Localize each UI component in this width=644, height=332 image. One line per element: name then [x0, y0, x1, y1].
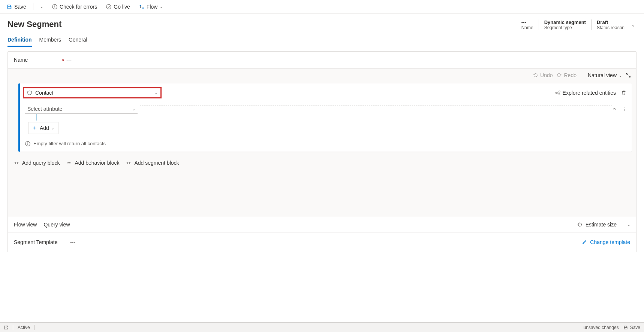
- svg-point-7: [559, 91, 560, 92]
- svg-point-4: [140, 4, 141, 6]
- save-button[interactable]: Save: [3, 1, 30, 12]
- chevron-down-icon: ⌄: [40, 4, 43, 9]
- entity-select[interactable]: Contact ⌄: [23, 87, 162, 98]
- info-text: Empty filter will return all contacts: [33, 141, 106, 146]
- flow-view-button[interactable]: Flow view: [14, 222, 37, 228]
- more-vertical-icon: [622, 107, 626, 112]
- template-label: Segment Template: [14, 239, 70, 245]
- block-icon: [66, 160, 72, 165]
- add-blocks-row: Add query block Add behavior block Add s…: [8, 156, 636, 172]
- entity-label: Contact: [35, 90, 53, 96]
- save-label: Save: [14, 4, 26, 10]
- template-row: Segment Template --- Change template: [8, 232, 636, 252]
- collapse-button[interactable]: [612, 107, 617, 112]
- content: Name* --- Undo Redo Natural view ⌄: [0, 47, 644, 257]
- statusbar-save-button[interactable]: Save: [623, 325, 640, 330]
- add-behavior-block-label: Add behavior block: [75, 160, 119, 166]
- svg-point-10: [624, 109, 625, 110]
- more-menu[interactable]: [622, 107, 626, 112]
- meta-expand[interactable]: ⌄: [630, 19, 637, 31]
- change-template-button[interactable]: Change template: [582, 239, 630, 245]
- popout-button[interactable]: [4, 325, 8, 330]
- name-field-label: Name*: [14, 57, 66, 63]
- go-live-button[interactable]: Go live: [102, 1, 134, 12]
- query-view-button[interactable]: Query view: [43, 222, 70, 228]
- svg-point-2: [54, 7, 55, 8]
- redo-button[interactable]: Redo: [557, 72, 577, 78]
- check-errors-label: Check for errors: [60, 4, 97, 10]
- meta-type-label: Segment type: [544, 25, 586, 30]
- undo-label: Undo: [540, 72, 553, 78]
- svg-point-11: [624, 110, 625, 111]
- flow-label: Flow: [147, 4, 158, 10]
- tab-members[interactable]: Members: [39, 34, 61, 47]
- chevron-down-icon: ⌄: [132, 107, 135, 111]
- definition-panel: Name* --- Undo Redo Natural view ⌄: [7, 51, 637, 252]
- meta-status-label: Status reason: [597, 25, 625, 30]
- estimate-label: Estimate size: [586, 222, 617, 228]
- name-field-value[interactable]: ---: [66, 57, 72, 63]
- chevron-down-icon: ⌄: [154, 91, 157, 95]
- page-header: New Segment --- Name Dynamic segment Seg…: [0, 13, 644, 34]
- info-icon: [25, 141, 30, 146]
- expand-icon: [626, 73, 631, 78]
- undo-button[interactable]: Undo: [533, 72, 553, 78]
- add-condition-button[interactable]: ＋ Add ⌄: [28, 122, 58, 134]
- meta-name: --- Name: [516, 19, 539, 30]
- save-dropdown[interactable]: ⌄: [36, 1, 47, 12]
- target-icon: [577, 222, 583, 227]
- fullscreen-button[interactable]: [626, 73, 631, 78]
- block-icon: [14, 160, 19, 165]
- builder-toolbar: Undo Redo Natural view ⌄: [8, 68, 636, 80]
- separator: [33, 3, 33, 10]
- estimate-size-button[interactable]: Estimate size ⌄: [577, 222, 630, 228]
- explore-related-button[interactable]: Explore related entities: [555, 90, 616, 96]
- add-segment-block-label: Add segment block: [134, 160, 179, 166]
- go-live-label: Go live: [114, 4, 130, 10]
- connector-line: [36, 114, 626, 121]
- save-icon: [623, 325, 628, 330]
- svg-point-8: [559, 94, 560, 95]
- tabs: Definition Members General: [0, 34, 644, 47]
- required-icon: *: [62, 58, 64, 64]
- check-errors-button[interactable]: Check for errors: [48, 1, 101, 12]
- add-query-block-label: Add query block: [22, 160, 60, 166]
- add-segment-block-button[interactable]: Add segment block: [126, 160, 179, 166]
- undo-icon: [533, 73, 538, 78]
- flow-button[interactable]: Flow ⌄: [135, 1, 167, 12]
- related-icon: [555, 90, 560, 95]
- info-icon: [52, 4, 57, 9]
- check-circle-icon: [106, 4, 111, 9]
- svg-point-9: [624, 107, 625, 108]
- svg-point-13: [27, 142, 28, 143]
- chevron-down-icon: ⌄: [619, 73, 622, 77]
- edit-icon: [582, 240, 587, 245]
- query-block-actions: Explore related entities: [555, 90, 626, 96]
- plus-icon: ＋: [32, 125, 37, 131]
- page-title: New Segment: [7, 19, 516, 29]
- add-behavior-block-button[interactable]: Add behavior block: [66, 160, 119, 166]
- attribute-select[interactable]: Select attribute ⌄: [25, 104, 138, 114]
- query-block-header: Contact ⌄ Explore related entities: [25, 87, 626, 98]
- flow-icon: [139, 4, 144, 9]
- entity-icon: [27, 90, 32, 95]
- view-mode-select[interactable]: Natural view ⌄: [588, 72, 622, 78]
- status-active: Active: [18, 325, 30, 330]
- explore-related-label: Explore related entities: [563, 90, 616, 96]
- statusbar: Active unsaved changes Save: [0, 322, 644, 332]
- unsaved-changes-text: unsaved changes: [584, 325, 619, 330]
- meta-type-value: Dynamic segment: [544, 19, 586, 25]
- meta-status: Draft Status reason: [591, 19, 630, 30]
- svg-point-3: [106, 4, 111, 9]
- attribute-row-actions: [612, 107, 626, 112]
- meta-name-label: Name: [521, 25, 533, 30]
- popout-icon: [4, 325, 8, 330]
- name-field-row: Name* ---: [8, 52, 636, 68]
- statusbar-save-label: Save: [630, 325, 640, 330]
- block-icon: [126, 160, 131, 165]
- tab-definition[interactable]: Definition: [7, 34, 32, 47]
- query-block: Contact ⌄ Explore related entities Selec…: [18, 83, 632, 152]
- add-query-block-button[interactable]: Add query block: [14, 160, 60, 166]
- tab-general[interactable]: General: [69, 34, 87, 47]
- delete-block-button[interactable]: [621, 90, 626, 95]
